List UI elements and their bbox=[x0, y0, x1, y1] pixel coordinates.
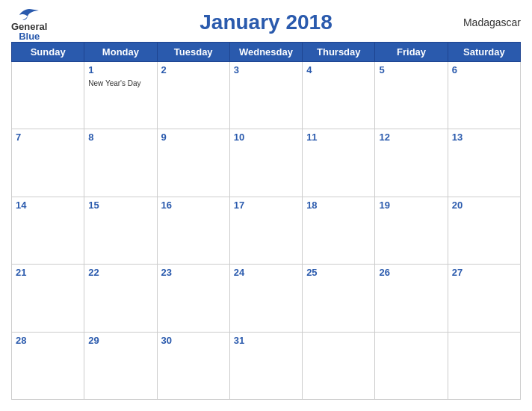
day-number: 2 bbox=[161, 64, 226, 75]
calendar-week-row: 14151617181920 bbox=[12, 197, 521, 264]
calendar-week-row: 78910111213 bbox=[12, 129, 521, 197]
calendar-container: General Blue January 2018 Madagascar Sun… bbox=[0, 0, 532, 411]
calendar-cell: 8 bbox=[84, 129, 157, 197]
calendar-cell bbox=[303, 332, 375, 399]
calendar-table: SundayMondayTuesdayWednesdayThursdayFrid… bbox=[11, 42, 521, 400]
calendar-cell: 10 bbox=[229, 129, 302, 197]
calendar-cell: 29 bbox=[84, 332, 157, 399]
calendar-cell: 13 bbox=[448, 129, 520, 197]
day-number: 12 bbox=[379, 132, 443, 143]
calendar-cell: 22 bbox=[84, 265, 157, 332]
calendar-cell: 15 bbox=[84, 197, 157, 264]
day-number: 22 bbox=[88, 267, 152, 278]
weekday-header-tuesday: Tuesday bbox=[157, 43, 229, 62]
weekday-header-thursday: Thursday bbox=[303, 43, 375, 62]
weekday-header-wednesday: Wednesday bbox=[229, 43, 302, 62]
calendar-cell: 26 bbox=[375, 265, 448, 332]
day-number: 7 bbox=[16, 132, 80, 143]
weekday-header-row: SundayMondayTuesdayWednesdayThursdayFrid… bbox=[12, 43, 521, 62]
calendar-header: General Blue January 2018 Madagascar bbox=[11, 7, 521, 37]
day-number: 31 bbox=[234, 335, 298, 346]
calendar-cell: 3 bbox=[229, 62, 302, 129]
day-number: 30 bbox=[161, 335, 226, 346]
weekday-header-monday: Monday bbox=[84, 43, 157, 62]
day-number: 6 bbox=[452, 64, 516, 75]
day-number: 23 bbox=[161, 267, 226, 278]
day-number: 14 bbox=[16, 200, 80, 211]
calendar-cell: 30 bbox=[157, 332, 229, 399]
calendar-cell bbox=[448, 332, 520, 399]
day-number: 19 bbox=[379, 200, 443, 211]
day-number: 28 bbox=[16, 335, 80, 346]
holiday-label: New Year's Day bbox=[88, 79, 140, 87]
calendar-cell bbox=[375, 332, 448, 399]
calendar-cell: 25 bbox=[303, 265, 375, 332]
calendar-cell: 21 bbox=[12, 265, 84, 332]
calendar-cell: 7 bbox=[12, 129, 84, 197]
day-number: 10 bbox=[234, 132, 298, 143]
calendar-cell: 27 bbox=[448, 265, 520, 332]
day-number: 29 bbox=[88, 335, 152, 346]
day-number: 4 bbox=[306, 64, 371, 75]
calendar-cell bbox=[12, 62, 84, 129]
day-number: 20 bbox=[452, 200, 516, 211]
day-number: 25 bbox=[306, 267, 371, 278]
day-number: 17 bbox=[234, 200, 298, 211]
calendar-week-row: 1New Year's Day23456 bbox=[12, 62, 521, 129]
weekday-header-friday: Friday bbox=[375, 43, 448, 62]
calendar-cell: 16 bbox=[157, 197, 229, 264]
calendar-cell: 19 bbox=[375, 197, 448, 264]
day-number: 5 bbox=[379, 64, 443, 75]
weekday-header-sunday: Sunday bbox=[12, 43, 84, 62]
logo-icon bbox=[18, 7, 40, 21]
day-number: 15 bbox=[88, 200, 152, 211]
logo: General Blue bbox=[11, 7, 47, 41]
calendar-cell: 14 bbox=[12, 197, 84, 264]
calendar-cell: 23 bbox=[157, 265, 229, 332]
calendar-cell: 11 bbox=[303, 129, 375, 197]
calendar-cell: 31 bbox=[229, 332, 302, 399]
country-label: Madagascar bbox=[463, 16, 521, 28]
calendar-cell: 18 bbox=[303, 197, 375, 264]
day-number: 24 bbox=[234, 267, 298, 278]
calendar-cell: 6 bbox=[448, 62, 520, 129]
day-number: 16 bbox=[161, 200, 226, 211]
calendar-cell: 2 bbox=[157, 62, 229, 129]
day-number: 26 bbox=[379, 267, 443, 278]
calendar-title: January 2018 bbox=[200, 10, 332, 34]
weekday-header-saturday: Saturday bbox=[448, 43, 520, 62]
calendar-cell: 28 bbox=[12, 332, 84, 399]
calendar-cell: 9 bbox=[157, 129, 229, 197]
calendar-week-row: 28293031 bbox=[12, 332, 521, 399]
day-number: 18 bbox=[306, 200, 371, 211]
day-number: 8 bbox=[88, 132, 152, 143]
calendar-cell: 20 bbox=[448, 197, 520, 264]
calendar-cell: 5 bbox=[375, 62, 448, 129]
day-number: 27 bbox=[452, 267, 516, 278]
calendar-cell: 1New Year's Day bbox=[84, 62, 157, 129]
calendar-cell: 4 bbox=[303, 62, 375, 129]
day-number: 11 bbox=[306, 132, 371, 143]
day-number: 21 bbox=[16, 267, 80, 278]
calendar-cell: 12 bbox=[375, 129, 448, 197]
day-number: 9 bbox=[161, 132, 226, 143]
calendar-cell: 17 bbox=[229, 197, 302, 264]
logo-blue-text: Blue bbox=[19, 31, 40, 41]
calendar-cell: 24 bbox=[229, 265, 302, 332]
day-number: 3 bbox=[234, 64, 298, 75]
day-number: 1 bbox=[88, 64, 152, 75]
day-number: 13 bbox=[452, 132, 516, 143]
calendar-week-row: 21222324252627 bbox=[12, 265, 521, 332]
